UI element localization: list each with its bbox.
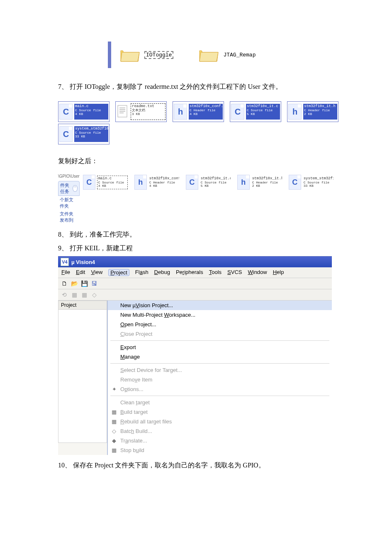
step8-text: 8、 到此，准备工作完毕。: [58, 228, 351, 241]
menu-item: ◇Batch Build...: [108, 426, 332, 436]
open-icon[interactable]: 📂: [71, 280, 78, 287]
folder-label: IOToggle: [144, 51, 173, 59]
menu-edit[interactable]: Edit: [76, 269, 85, 276]
chevron-up-icon[interactable]: ˆ: [73, 185, 78, 192]
menu-item: Select Device for Target...: [108, 365, 332, 375]
build-icon[interactable]: ▦: [71, 291, 78, 298]
project-pane-body[interactable]: [58, 310, 107, 443]
folder-icon: [119, 46, 140, 63]
menu-item-label: Rebuild all target files: [120, 418, 172, 425]
app-icon: V4: [61, 258, 69, 266]
file-text: readme.txt文本文档3 KB: [131, 103, 166, 120]
project-pane: Project: [58, 301, 107, 455]
menu-item-icon: ✦: [110, 386, 118, 392]
titlebar: V4 µ Vision4: [58, 257, 332, 267]
save-icon[interactable]: 💾: [80, 280, 88, 287]
project-menu-dropdown: New µVision Project...New Multi-Project …: [107, 301, 332, 455]
menu-item[interactable]: New µVision Project...: [108, 301, 332, 310]
menu-svcs[interactable]: SVCS: [227, 269, 242, 276]
menu-item-label: Translate...: [120, 438, 147, 444]
c-file-icon: C: [59, 126, 73, 142]
menu-item-icon: ◇: [110, 428, 118, 434]
menu-item-label: Remove Item: [120, 377, 152, 383]
menu-item-icon: ◆: [110, 438, 118, 444]
step7-text: 7、 打开 IOToggle，复制除了 readerme.txt 之外的文件到工…: [58, 81, 351, 93]
file-text: stm32f10x_conf.hC Header file4 KB: [189, 104, 223, 120]
h-file-icon: h: [237, 175, 250, 190]
folder-iotoggle[interactable]: IOToggle: [119, 46, 173, 63]
source-explorer: Cmain.cC Source file4 KBreadme.txt文本文档3 …: [58, 101, 351, 144]
menu-item-label: Stop build: [120, 447, 144, 453]
menu-separator: [110, 363, 329, 364]
folder-strip: IOToggle JTAG_Remap: [108, 42, 327, 68]
batch-icon[interactable]: ◇: [90, 291, 98, 298]
text-file-icon: [117, 104, 129, 119]
file-tile[interactable]: Cstm32f10x_it.cC Source file5 KB: [186, 174, 231, 191]
save-all-icon[interactable]: 🖫: [90, 280, 98, 287]
menu-item-label: Batch Build...: [120, 428, 152, 434]
file-text: stm32f10x_it.hC Header file2 KB: [251, 176, 282, 189]
c-file-icon: C: [289, 175, 301, 190]
file-tile[interactable]: hstm32f10x_conf.hC Header file4 KB: [173, 101, 224, 122]
menu-item: ▦Stop build: [108, 445, 332, 455]
menu-item-label: Manage: [120, 354, 140, 360]
file-tile[interactable]: Cstm32f10x_it.cC Source file5 KB: [230, 101, 281, 122]
rebuild-icon[interactable]: ▦: [80, 291, 88, 298]
toolbar-1: 🗋 📂 💾 🖫: [58, 278, 332, 289]
path-crumb: \GPIO\User: [58, 174, 80, 178]
menu-item-label: Export: [120, 344, 136, 350]
file-tile[interactable]: Csystem_stm32f10x.cC Source file33 KB: [289, 174, 334, 191]
menu-item[interactable]: Open Project...: [108, 320, 332, 329]
menu-flash[interactable]: Flash: [135, 269, 149, 276]
menu-help[interactable]: Help: [273, 269, 284, 276]
translate-icon[interactable]: ⟲: [61, 291, 68, 298]
menu-item[interactable]: New Multi-Project Workspace...: [108, 310, 332, 320]
c-file-icon: C: [231, 104, 244, 120]
menu-item-label: Select Device for Target...: [120, 367, 182, 373]
menu-peripherals[interactable]: Peripherals: [176, 269, 203, 276]
sidebar-link-publish[interactable]: 文件夹发布到: [58, 210, 80, 224]
menu-window[interactable]: Window: [248, 269, 267, 276]
menu-item-icon: ▦: [110, 447, 118, 453]
file-tile[interactable]: Csystem_stm32f10x.cC Source file33 KB: [58, 124, 110, 144]
menu-item[interactable]: Manage: [108, 352, 332, 362]
file-tile[interactable]: Cmain.cC Source file4 KB: [83, 174, 128, 191]
menu-item-icon: ▦: [110, 409, 118, 415]
file-tile[interactable]: hstm32f10x_it.hC Header file2 KB: [287, 101, 338, 122]
step9-text: 9、 打开 KEIL，新建工程: [58, 242, 351, 254]
file-text: stm32f10x_conf.hC Header file4 KB: [149, 176, 179, 189]
file-text: main.cC Source file4 KB: [97, 176, 128, 189]
menu-item-label: Close Project: [120, 331, 152, 337]
menu-project[interactable]: Project: [108, 269, 129, 276]
menubar: File Edit View Project Flash Debug Perip…: [58, 267, 332, 278]
menu-item: ◆Translate...: [108, 436, 332, 445]
h-file-icon: h: [134, 175, 147, 190]
file-tile[interactable]: hstm32f10x_it.hC Header file2 KB: [237, 174, 282, 191]
menu-item: ✦Options...: [108, 384, 332, 394]
menu-debug[interactable]: Debug: [154, 269, 170, 276]
file-tile[interactable]: readme.txt文本文档3 KB: [115, 101, 167, 122]
menu-item-label: Clean target: [120, 399, 150, 406]
c-file-icon: C: [59, 104, 73, 120]
explorer-sidebar: \GPIO\User 件夹任务 ˆ 个新文件夹 文件夹发布到: [58, 174, 80, 224]
tasks-header[interactable]: 件夹任务 ˆ: [58, 181, 80, 196]
project-pane-header: Project: [58, 301, 107, 310]
folder-label: JTAG_Remap: [223, 52, 256, 58]
menu-view[interactable]: View: [91, 269, 102, 276]
menu-item-label: Build target: [120, 409, 148, 415]
menu-item-label: Open Project...: [120, 321, 156, 328]
file-text: system_stm32f10x.cC Source file33 KB: [74, 126, 108, 142]
c-file-icon: C: [83, 175, 95, 190]
menu-tools[interactable]: Tools: [209, 269, 222, 276]
h-file-icon: h: [174, 104, 187, 120]
file-tile[interactable]: Cmain.cC Source file4 KB: [58, 101, 110, 122]
menu-file[interactable]: File: [61, 269, 70, 276]
folder-jtag[interactable]: JTAG_Remap: [198, 46, 256, 63]
file-tile[interactable]: hstm32f10x_conf.hC Header file4 KB: [134, 174, 179, 191]
step10-text: 10、 保存在 Project 文件夹下面，取名为自己的名字，我取名为 GPIO…: [58, 459, 351, 472]
menu-item: ▦Build target: [108, 407, 332, 417]
new-file-icon[interactable]: 🗋: [61, 280, 68, 287]
menu-item[interactable]: Export: [108, 342, 332, 352]
menu-separator: [110, 396, 329, 396]
sidebar-link-create[interactable]: 个新文件夹: [58, 196, 80, 210]
